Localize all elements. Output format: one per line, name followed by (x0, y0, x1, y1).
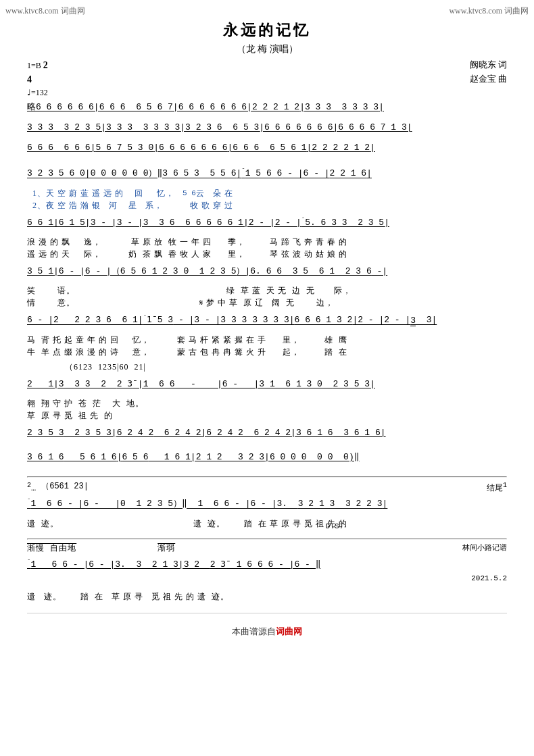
composer: 赵金宝 曲 (470, 72, 507, 86)
notes-1: 略6 6 6 6 6 6|6 6 6 6 5 6 7|6 6 6 6 6 6 6… (27, 100, 507, 115)
notes-final: ˇ1 6 6 - |6 - |3. 3 2 1 3|3 2 2 3̄ 1 6 6… (27, 557, 507, 572)
lyrics-4-1: 1、天 空 蔚 蓝 遥 远 的 回 忆， 云 朵 在 (27, 187, 507, 199)
notes-6: 3 5 1|6 - |6 - |（6 5 6 1 2 3 0 1 2 3 5）|… (27, 264, 507, 279)
score-content: 略6 6 6 6 6 6|6 6 6 6 5 6 7|6 6 6 6 6 6 6… (27, 100, 507, 603)
meta-block: 1=B 24 ♩=132 阙晓东 词 赵金宝 曲 (27, 58, 507, 99)
tempo: ♩=132 (27, 86, 48, 99)
lyrics-5-1: 浪 漫 的 飘 逸， 草 原 放 牧 一 年 四 季， 马 蹄 飞 奔 青 春 … (27, 236, 507, 248)
notes-10: 3 6 1 6 5 6 1 6|6 5 6 1 6 1|2 1 2 3 2 3|… (27, 450, 507, 465)
lyrics-final: 遗 迹。 踏 在 草 原 寻 觅 祖 先 的 遗 迹。 (27, 590, 507, 603)
lyrics-8-1: 翱 翔 守 护 苍 茫 大 地。 (27, 397, 507, 409)
key-signature: 1=B 24 (27, 58, 48, 86)
sublyr-7: （6123 1235|60 21| (27, 361, 507, 373)
footer-text: 本曲谱源自词曲网 (27, 626, 507, 638)
song-subtitle: （龙 梅 演唱） (27, 43, 507, 55)
notes-4: 3 2 3 5 6 0|0 0 0 0 0 0）‖3 6 5 3 5 5 6|ˇ… (27, 166, 507, 181)
notes-7: 6 - |2 2 2 3 6 6 1|ˇ1̄ 5 3 - |3 - |3 3 3… (27, 313, 507, 328)
lyrics-7-2: 牛 羊 点 缀 浪 漫 的 诗 意， 蒙 古 包 冉 冉 篝 火 升 起， 踏 … (27, 346, 507, 358)
meta-left: 1=B 24 ♩=132 (27, 58, 48, 99)
lyrics-5-2: 遥 远 的 天 际， 奶 茶 飘 香 牧 人 家 里， 琴 弦 波 动 姑 娘 … (27, 248, 507, 260)
watermark-right: www.ktvc8.com 词曲网 (449, 5, 529, 17)
score-row-final: 渐慢 自由地 渐弱 林间小路记谱 ˇ1 6 6 - |6 - |3. 3 2 1… (27, 542, 507, 585)
notes-8: 2 1|3 3 3 2 2 3̄ |1 6 6 - |6 - |3 1 6 1 … (27, 377, 507, 392)
score-row-5: 6 6 1|6 1 5|3 - |3 - |3 3 6 6 6 6 6 6 1|… (27, 216, 507, 230)
score-row-2: 3 3 3 3 2 3 5|3 3 3 3 3 3 3|3 2 3 6 6 5 … (27, 120, 507, 135)
credit-date: 2021.5.2 (27, 572, 507, 585)
notes-9: 2 3 5 3 2 3 5 3|6 2 4 2 6 2 4 2|6 2 4 2 … (27, 426, 507, 440)
lyrics-7-1: 马 背 托 起 童 年 的 回 忆， 套 马 杆 紧 紧 握 在 手 里， 雄 … (27, 334, 507, 346)
lyrics-6-1: 笑 语。 绿 草 蓝 天 无 边 无 际， (27, 284, 507, 297)
notes-5: 6 6 1|6 1 5|3 - |3 - |3 3 6 6 6 6 6 6 1|… (27, 216, 507, 230)
score-row-11: 2… （6561 23| 结尾1 ˇ1 6 6 - |6 - |0 1 2 3 … (27, 480, 507, 512)
notes-11: ˇ1 6 6 - |6 - |0 1 2 3 5）‖ 1 6 6 - |6 - … (27, 497, 507, 511)
watermark-left: www.ktvc8.com 词曲网 (5, 5, 85, 17)
notes-2: 3 3 3 3 2 3 5|3 3 3 3 3 3 3|3 2 3 6 6 5 … (27, 120, 507, 135)
lyricist: 阙晓东 词 (470, 58, 507, 72)
song-title: 永远的记忆 (27, 20, 507, 41)
score-row-10: 3 6 1 6 5 6 1 6|6 5 6 1 6 1|2 1 2 3 2 3|… (27, 450, 507, 465)
score-row-7: 6 - |2 2 2 3 6 6 1|ˇ1̄ 5 3 - |3 - |3 3 3… (27, 313, 507, 328)
score-row-6: 3 5 1|6 - |6 - |（6 5 6 1 2 3 0 1 2 3 5）|… (27, 264, 507, 279)
lyrics-4-2: 2、夜 空 浩 瀚 银 河 星 系， 牧 歌 穿 过 (27, 199, 507, 211)
lyrics-8-2: 草 原 寻 觅 祖 先 的 (27, 409, 507, 422)
lyrics-6-2: 情 意。 𝄋 梦 中 草 原 辽 阔 无 边， (27, 297, 507, 309)
score-row-8: 2 1|3 3 3 2 2 3̄ |1 6 6 - |6 - |3 1 6 1 … (27, 377, 507, 392)
score-row-3: 6 6 6 6 6 6|5 6 7 5 3 0|6 6 6 6 6 6 6|6 … (27, 141, 507, 155)
score-row-1: 略6 6 6 6 6 6|6 6 6 6 5 6 7|6 6 6 6 6 6 6… (27, 100, 507, 115)
notes-3: 6 6 6 6 6 6|5 6 7 5 3 0|6 6 6 6 6 6 6|6 … (27, 141, 507, 155)
score-row-4: 3 2 3 5 6 0|0 0 0 0 0 0）‖3 6 5 3 5 5 6|ˇ… (27, 166, 507, 181)
page-footer: 本曲谱源自词曲网 (27, 613, 507, 638)
score-row-9: 2 3 5 3 2 3 5 3|6 2 4 2 6 2 4 2|6 2 4 2 … (27, 426, 507, 440)
meta-right: 阙晓东 词 赵金宝 曲 (470, 58, 507, 86)
